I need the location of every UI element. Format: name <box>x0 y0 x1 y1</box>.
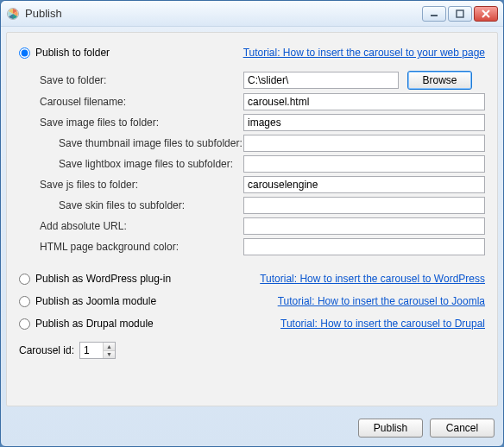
filename-label: Carousel filename: <box>40 96 243 108</box>
absolute-url-input[interactable] <box>243 217 485 235</box>
images-folder-input[interactable] <box>243 114 485 131</box>
bg-color-input[interactable] <box>243 238 485 255</box>
filename-input[interactable] <box>243 93 485 110</box>
window-title: Publish <box>25 7 422 20</box>
skin-subfolder-label: Save skin files to subfolder: <box>40 199 243 211</box>
app-icon <box>6 7 20 21</box>
publish-joomla-radio[interactable] <box>19 296 30 307</box>
svg-rect-2 <box>457 10 463 17</box>
lightbox-subfolder-label: Save lightbox image files to subfolder: <box>40 158 243 170</box>
publish-folder-label: Publish to folder <box>35 47 110 59</box>
publish-wordpress-option[interactable]: Publish as WordPress plug-in <box>19 273 171 285</box>
absolute-url-label: Add absolute URL: <box>40 220 243 232</box>
carousel-id-row: Carousel id: ▲ ▼ <box>19 342 485 359</box>
publish-button[interactable]: Publish <box>358 419 423 438</box>
thumb-subfolder-label: Save thumbnail image files to subfolder: <box>40 137 243 149</box>
skin-subfolder-input[interactable] <box>243 197 485 214</box>
maximize-button[interactable] <box>448 6 472 22</box>
save-folder-label: Save to folder: <box>40 74 243 86</box>
publish-dialog: Publish Publish to folder Tutorial: How … <box>0 0 504 447</box>
close-button[interactable] <box>474 6 498 22</box>
publish-wordpress-radio[interactable] <box>19 274 30 285</box>
publish-drupal-label: Publish as Drupal module <box>35 318 154 330</box>
spinner-up-icon[interactable]: ▲ <box>104 343 115 351</box>
minimize-button[interactable] <box>422 6 446 22</box>
carousel-id-spinner[interactable]: ▲ ▼ <box>79 342 116 359</box>
bg-color-label: HTML page background color: <box>40 241 243 253</box>
js-folder-label: Save js files to folder: <box>40 179 243 191</box>
publish-drupal-option[interactable]: Publish as Drupal module <box>19 318 154 330</box>
publish-joomla-option[interactable]: Publish as Joomla module <box>19 295 156 307</box>
save-folder-input[interactable] <box>243 72 399 89</box>
browse-button[interactable]: Browse <box>407 71 472 90</box>
dialog-footer: Publish Cancel <box>1 412 503 446</box>
publish-folder-form: Save to folder: Browse Carousel filename… <box>40 67 485 259</box>
dialog-content: Publish to folder Tutorial: How to inser… <box>6 32 498 406</box>
publish-drupal-radio[interactable] <box>19 318 30 330</box>
publish-folder-radio[interactable] <box>19 47 30 59</box>
publish-folder-row: Publish to folder Tutorial: How to inser… <box>19 47 485 59</box>
images-folder-label: Save image files to folder: <box>40 116 243 129</box>
publish-joomla-row: Publish as Joomla module Tutorial: How t… <box>19 295 485 307</box>
titlebar: Publish <box>1 1 503 27</box>
cancel-button[interactable]: Cancel <box>430 419 495 438</box>
js-folder-input[interactable] <box>243 176 485 193</box>
tutorial-link-drupal[interactable]: Tutorial: How to insert the carousel to … <box>280 318 485 330</box>
minimize-icon <box>430 9 438 18</box>
publish-wordpress-label: Publish as WordPress plug-in <box>35 273 171 285</box>
carousel-id-input[interactable] <box>80 343 103 358</box>
publish-drupal-row: Publish as Drupal module Tutorial: How t… <box>19 318 485 330</box>
tutorial-link-joomla[interactable]: Tutorial: How to insert the carousel to … <box>278 295 485 307</box>
tutorial-link-wordpress[interactable]: Tutorial: How to insert the carousel to … <box>260 273 485 285</box>
maximize-icon <box>456 9 464 18</box>
window-controls <box>422 6 498 22</box>
tutorial-link-webpage[interactable]: Tutorial: How to insert the carousel to … <box>243 47 485 59</box>
publish-folder-option[interactable]: Publish to folder <box>19 47 110 59</box>
thumb-subfolder-input[interactable] <box>243 135 485 152</box>
close-icon <box>482 9 490 18</box>
spinner-down-icon[interactable]: ▼ <box>104 351 115 359</box>
publish-joomla-label: Publish as Joomla module <box>35 295 156 307</box>
carousel-id-label: Carousel id: <box>19 344 74 356</box>
publish-wordpress-row: Publish as WordPress plug-in Tutorial: H… <box>19 273 485 285</box>
lightbox-subfolder-input[interactable] <box>243 155 485 173</box>
